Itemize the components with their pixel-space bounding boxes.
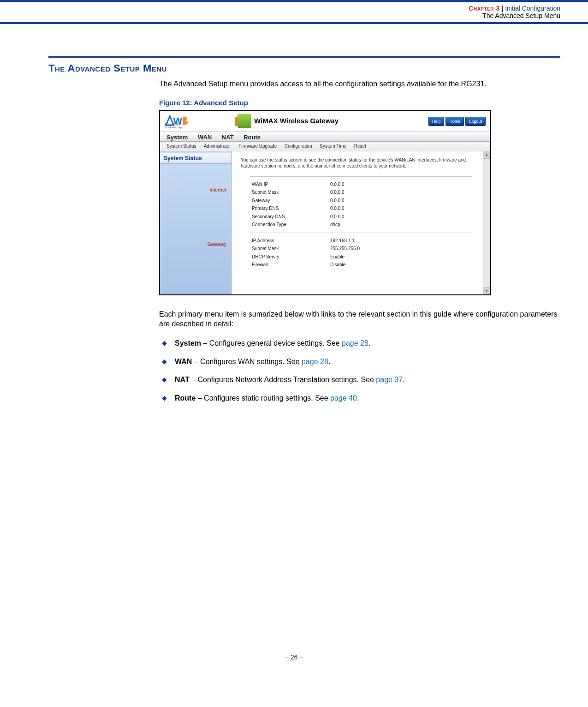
divider (250, 176, 472, 177)
row-key: Subnet Mask (250, 188, 328, 197)
bullet-tail: . (368, 339, 370, 347)
row-val: 0.0.0.0 (328, 197, 466, 205)
row-key: Secondary DNS (250, 213, 328, 221)
bullet-text: – Configures general device settings. Se… (201, 339, 342, 347)
subtab-firmware-upgrade[interactable]: Firmware Upgrade (238, 144, 277, 149)
page-link[interactable]: page 28 (342, 339, 368, 347)
tab-system[interactable]: System (166, 134, 188, 141)
row-val: Disable (328, 261, 466, 269)
section-heading: The Advanced Setup Menu (48, 62, 560, 74)
chapter-subtitle: The Advanced Setup Menu (0, 12, 560, 19)
list-item: NAT – Configures Network Address Transla… (159, 375, 560, 385)
subtab-reset[interactable]: Reset (354, 144, 366, 149)
page-link[interactable]: page 28 (302, 358, 328, 365)
row-val: dhcp (328, 221, 466, 229)
row-key: Connection Type (250, 221, 328, 229)
row-key: Primary DNS (250, 204, 328, 213)
table-row: Subnet Mask0.0.0.0 (250, 188, 466, 197)
page-header: Chapter 3 | Initial Configuration The Ad… (0, 0, 588, 24)
banner-icon (238, 114, 251, 128)
row-val: 0.0.0.0 (328, 204, 466, 213)
list-item: WAN – Configures WAN settings. See page … (159, 357, 560, 367)
tab-wan[interactable]: WAN (198, 134, 212, 141)
bullet-text: – Configures static routing settings. Se… (196, 394, 330, 402)
row-key: DHCP Server (250, 253, 328, 261)
table-row: DHCP ServerEnable (250, 253, 466, 261)
page-number: – 26 – (0, 653, 588, 661)
divider (250, 233, 472, 233)
logo-subtext: Accton Wireless Broadband Corp. (165, 123, 191, 129)
sidebar-label-internet: Internet (160, 164, 231, 196)
figure-caption: Figure 12: Advanced Setup (159, 98, 560, 108)
table-row: FirewallDisable (250, 261, 466, 269)
page-link[interactable]: page 37 (376, 376, 403, 383)
logo-awb: W Accton Wireless Broadband Corp. (164, 114, 191, 128)
page-link[interactable]: page 40 (330, 394, 357, 402)
sidebar-header: System Status (160, 153, 231, 164)
row-val: Enable (328, 253, 466, 261)
row-val: 0.0.0.0 (328, 213, 466, 221)
row-key: IP Address (250, 237, 328, 245)
scroll-up-icon[interactable]: ▴ (483, 151, 490, 159)
list-item: System – Configures general device setti… (159, 338, 560, 348)
row-key: Gateway (250, 197, 328, 205)
bullet-text: – Configures Network Address Translation… (190, 376, 376, 383)
page-body: The Advanced Setup Menu The Advanced Set… (0, 24, 588, 670)
home-button[interactable]: Home (445, 117, 464, 126)
top-button-row: Help Home Logout (428, 117, 486, 126)
table-row: IP Address192.168.1.1 (250, 237, 466, 245)
section-rule (48, 56, 560, 58)
bullet-text: – Configures WAN settings. See (192, 358, 302, 365)
subtab-system-time[interactable]: System Time (320, 144, 346, 149)
row-val: 255.255.255.0 (328, 245, 466, 253)
banner-title: WiMAX Wireless Gateway (254, 116, 339, 126)
figure-screenshot: W Accton Wireless Broadband Corp. WiMAX … (159, 110, 491, 295)
banner: WiMAX Wireless Gateway (238, 114, 339, 128)
sub-tabs: System Status Administrator Firmware Upg… (160, 142, 490, 151)
body-column: The Advanced Setup menu provides access … (159, 79, 560, 403)
sidebar-label-gateway: Gateway (160, 196, 231, 251)
table-row: Gateway0.0.0.0 (250, 197, 466, 205)
table-row: WAN IP0.0.0.0 (250, 180, 466, 189)
internet-table: WAN IP0.0.0.0 Subnet Mask0.0.0.0 Gateway… (250, 180, 466, 229)
bullet-tail: . (403, 376, 404, 383)
bullet-tail: . (328, 358, 330, 365)
chapter-title: Initial Configuration (505, 5, 560, 12)
table-row: Subnet Mask255.255.255.0 (250, 245, 466, 253)
bullet-bold: System (175, 339, 201, 347)
row-val: 0.0.0.0 (328, 180, 466, 189)
divider (250, 273, 472, 273)
bullet-tail: . (357, 394, 359, 402)
tab-route[interactable]: Route (244, 134, 261, 141)
table-row: Connection Typedhcp (250, 221, 466, 229)
table-row: Secondary DNS0.0.0.0 (250, 213, 466, 221)
table-row: Primary DNS0.0.0.0 (250, 204, 466, 213)
bullet-bold: Route (175, 394, 196, 402)
scroll-down-icon[interactable]: ▾ (483, 287, 490, 294)
bullet-bold: WAN (175, 358, 192, 365)
main-tabs: System WAN NAT Route (160, 132, 490, 142)
screenshot-body: System Status Internet Gateway You can u… (160, 151, 490, 294)
help-button[interactable]: Help (428, 117, 445, 126)
chapter-label: Chapter 3 (469, 5, 499, 12)
screenshot-main: You can use the status screen to see the… (232, 151, 490, 294)
screenshot-sidebar: System Status Internet Gateway (160, 151, 232, 294)
row-key: WAN IP (250, 180, 328, 189)
row-key: Firewall (250, 261, 328, 269)
row-key: Subnet Mask (250, 245, 328, 253)
bullet-list: System – Configures general device setti… (159, 338, 560, 403)
subtab-configuration[interactable]: Configuration (285, 144, 312, 149)
bullet-bold: NAT (175, 376, 190, 383)
list-item: Route – Configures static routing settin… (159, 393, 560, 403)
tab-nat[interactable]: NAT (222, 134, 234, 141)
header-separator: | (502, 5, 505, 12)
gateway-table: IP Address192.168.1.1 Subnet Mask255.255… (250, 237, 466, 269)
logout-button[interactable]: Logout (465, 117, 486, 126)
intro-paragraph: The Advanced Setup menu provides access … (159, 79, 560, 89)
screenshot-topbar: W Accton Wireless Broadband Corp. WiMAX … (160, 111, 490, 132)
subtab-system-status[interactable]: System Status (166, 144, 196, 149)
subtab-administrator[interactable]: Administrator (204, 144, 231, 149)
row-val: 0.0.0.0 (328, 188, 466, 197)
after-figure-paragraph: Each primary menu item is sumarized belo… (159, 309, 560, 329)
scrollbar[interactable]: ▴ ▾ (483, 151, 490, 294)
